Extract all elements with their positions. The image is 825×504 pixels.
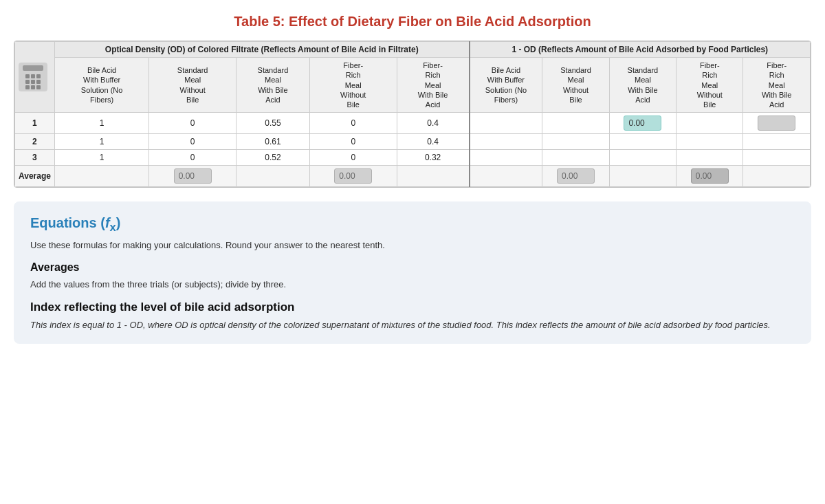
avg-1: [149, 166, 236, 187]
avg-3: [309, 166, 397, 187]
avg-input-8[interactable]: [691, 168, 729, 184]
cell-3-5: [470, 150, 542, 166]
col-header-0: Bile AcidWith BufferSolution (NoFibers): [54, 58, 148, 113]
group1-header: Optical Density (OD) of Colored Filtrate…: [54, 42, 469, 58]
cell-1-5: [470, 113, 542, 134]
input-1-7[interactable]: [624, 116, 661, 131]
equations-title: Equations (fx): [30, 215, 795, 234]
cell-2-7: [609, 134, 676, 150]
cell-3-9: [743, 150, 811, 166]
cell-1-7: [609, 113, 676, 134]
cell-1-3: 0: [309, 113, 397, 134]
cell-2-3: 0: [309, 134, 397, 150]
cell-3-2: 0.52: [236, 150, 310, 166]
cell-3-6: [542, 150, 609, 166]
cell-3-4: 0.32: [397, 150, 469, 166]
avg-2: [236, 166, 310, 187]
cell-2-0: 1: [54, 134, 148, 150]
averages-body: Add the values from the three trials (or…: [30, 279, 795, 289]
cell-3-7: [609, 150, 676, 166]
avg-7: [609, 166, 676, 187]
calculator-icon-cell: [15, 42, 55, 113]
input-1-9[interactable]: [758, 116, 795, 131]
row-label-3: 3: [15, 150, 55, 166]
cell-1-9: [743, 113, 811, 134]
data-table: Optical Density (OD) of Colored Filtrate…: [14, 41, 811, 187]
avg-input-3[interactable]: [334, 168, 372, 184]
col-header-7: StandardMealWith BileAcid: [609, 58, 676, 113]
avg-0: [54, 166, 148, 187]
cell-1-0: 1: [54, 113, 148, 134]
table-row: 1 1 0 0.55 0 0.4: [15, 113, 811, 134]
cell-1-2: 0.55: [236, 113, 310, 134]
cell-2-9: [743, 134, 811, 150]
cell-3-3: 0: [309, 150, 397, 166]
col-header-6: StandardMealWithoutBile: [542, 58, 609, 113]
col-header-9: Fiber-RichMealWith BileAcid: [743, 58, 811, 113]
cell-2-8: [676, 134, 743, 150]
cell-2-2: 0.61: [236, 134, 310, 150]
equations-section: Equations (fx) Use these formulas for ma…: [14, 201, 811, 344]
averages-title: Averages: [30, 261, 795, 274]
calculator-icon: [19, 63, 47, 91]
cell-2-4: 0.4: [397, 134, 469, 150]
row-label-2: 2: [15, 134, 55, 150]
col-header-2: StandardMealWith BileAcid: [236, 58, 310, 113]
col-header-5: Bile AcidWith BufferSolution (NoFibers): [470, 58, 542, 113]
cell-2-1: 0: [149, 134, 236, 150]
row-label-1: 1: [15, 113, 55, 134]
table-row: 2 1 0 0.61 0 0.4: [15, 134, 811, 150]
cell-3-1: 0: [149, 150, 236, 166]
cell-2-6: [542, 134, 609, 150]
avg-9: [743, 166, 811, 187]
cell-1-4: 0.4: [397, 113, 469, 134]
avg-spacer: [397, 166, 469, 187]
avg-5: [470, 166, 542, 187]
col-header-3: Fiber-RichMealWithoutBile: [309, 58, 397, 113]
group2-header: 1 - OD (Reflects Amount of Bile Acid Ads…: [470, 42, 811, 58]
cell-3-8: [676, 150, 743, 166]
avg-input-6[interactable]: [557, 168, 595, 184]
index-title: Index reflecting the level of bile acid …: [30, 300, 795, 314]
cell-1-1: 0: [149, 113, 236, 134]
cell-3-0: 1: [54, 150, 148, 166]
cell-1-8: [676, 113, 743, 134]
cell-2-5: [470, 134, 542, 150]
avg-6: [542, 166, 609, 187]
average-row: Average: [15, 166, 811, 187]
col-header-4: Fiber-RichMealWith BileAcid: [397, 58, 469, 113]
avg-input-1[interactable]: [174, 168, 212, 184]
main-table-container: Optical Density (OD) of Colored Filtrate…: [14, 41, 811, 188]
index-body: This index is equal to 1 - OD, where OD …: [30, 320, 795, 330]
table-row: 3 1 0 0.52 0 0.32: [15, 150, 811, 166]
cell-1-6: [542, 113, 609, 134]
avg-label: Average: [15, 166, 55, 187]
avg-8: [676, 166, 743, 187]
col-header-1: StandardMealWithoutBile: [149, 58, 236, 113]
equations-subtitle: Use these formulas for making your calcu…: [30, 240, 795, 250]
page-title: Table 5: Effect of Dietary Fiber on Bile…: [14, 14, 811, 30]
col-header-8: Fiber-RichMealWithoutBile: [676, 58, 743, 113]
